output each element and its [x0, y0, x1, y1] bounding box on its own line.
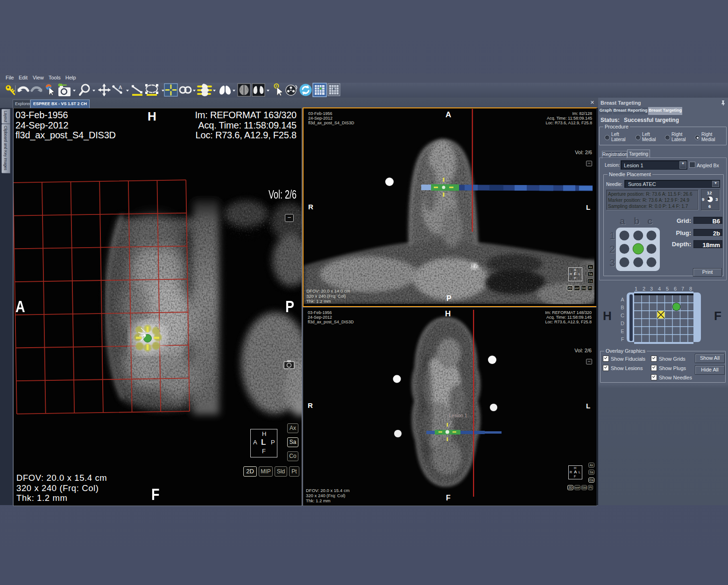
- svg-text:Lesion 1: Lesion 1: [449, 413, 467, 418]
- svg-text:A: A: [119, 85, 122, 90]
- svg-text:Lesion 1: Lesion 1: [146, 319, 166, 325]
